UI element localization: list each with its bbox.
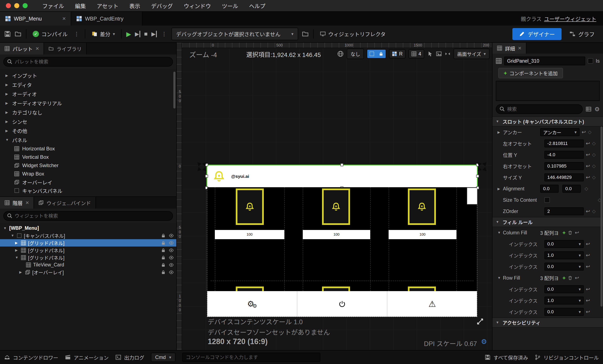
bind-diamond-icon[interactable]: ◇: [592, 163, 596, 169]
tab-library[interactable]: ライブラリ: [44, 43, 87, 54]
preview-footer-bar[interactable]: ⚙⚙ ⚠: [207, 291, 477, 317]
palette-item-horizontal-box[interactable]: Horizontal Box: [0, 144, 176, 153]
palette-category-audio[interactable]: ▶オーディオ: [0, 89, 176, 98]
diff-button[interactable]: 差分 ▾: [90, 29, 117, 39]
alignment-x-input[interactable]: 0.0: [540, 185, 559, 193]
reset-icon[interactable]: ↩: [586, 241, 590, 247]
close-window-button[interactable]: [6, 3, 11, 8]
settings-button[interactable]: ⚙⚙: [207, 291, 297, 317]
culture-none-button[interactable]: なし: [347, 48, 364, 59]
tree-row-tileview-card[interactable]: TileView_Card: [0, 261, 176, 269]
anchor-widget-left[interactable]: [195, 160, 209, 173]
maximize-window-button[interactable]: [23, 3, 28, 8]
row-fill-value-dropdown[interactable]: 0.0▾: [544, 308, 584, 316]
reset-icon[interactable]: ↩: [575, 275, 579, 281]
right-offset-input[interactable]: 0.107985: [544, 162, 584, 170]
add-element-icon[interactable]: +: [562, 275, 566, 281]
debug-object-dropdown[interactable]: デバッグオブジェクトが選択されていません ▾: [172, 28, 298, 40]
card-widget[interactable]: [236, 188, 264, 225]
tab-palette[interactable]: パレット ×: [0, 43, 44, 54]
lock-widgets-toggle[interactable]: [376, 50, 386, 58]
eye-icon[interactable]: [169, 233, 174, 238]
eye-icon[interactable]: [169, 248, 174, 253]
menu-window[interactable]: ウィンドウ: [178, 2, 217, 10]
expand-icon[interactable]: ▶: [15, 248, 19, 252]
close-panel-icon[interactable]: ×: [25, 200, 29, 206]
display-filter-icon[interactable]: [586, 106, 591, 112]
reset-icon[interactable]: ↩: [582, 129, 586, 135]
menu-tools[interactable]: ツール: [217, 2, 244, 10]
card-widget[interactable]: [408, 188, 436, 225]
bind-diamond-icon[interactable]: ◇: [592, 209, 596, 214]
power-button[interactable]: [297, 291, 387, 317]
menu-edit[interactable]: 編集: [70, 2, 91, 10]
lock-icon[interactable]: [161, 270, 166, 275]
play-button[interactable]: ▶: [126, 30, 131, 38]
eject-button[interactable]: ▶: [151, 31, 157, 37]
palette-category-other[interactable]: ▶その他: [0, 126, 176, 135]
browse-to-asset-icon[interactable]: [15, 31, 21, 37]
close-panel-icon[interactable]: ×: [35, 45, 39, 52]
expand-icon[interactable]: ▶: [5, 83, 9, 87]
expand-icon[interactable]: ▶: [5, 92, 9, 96]
reset-icon[interactable]: ↩: [586, 309, 590, 315]
palette-category-editor[interactable]: ▶エディタ: [0, 80, 176, 89]
tree-row-grid-panel[interactable]: ▶ [グリッドパネル]: [0, 247, 176, 254]
marquee-select-toggle[interactable]: [367, 50, 376, 58]
reset-icon[interactable]: ↩: [586, 152, 590, 158]
palette-category-audio-material[interactable]: ▶オーディオマテリアル: [0, 98, 176, 108]
bind-diamond-icon[interactable]: ◇: [585, 186, 588, 191]
menu-debug[interactable]: デバッグ: [146, 2, 178, 10]
eye-icon[interactable]: [169, 240, 174, 246]
palette-category-uncategorized[interactable]: ▶カテゴリなし: [0, 108, 176, 117]
bind-diamond-icon[interactable]: ◇: [588, 129, 591, 135]
object-name-input[interactable]: [504, 57, 585, 65]
output-log-button[interactable]: 出力ログ: [115, 354, 144, 361]
collapse-icon[interactable]: ▼: [15, 256, 19, 259]
card-widget-partial[interactable]: [322, 286, 350, 291]
lock-icon[interactable]: [161, 233, 166, 238]
palette-category-synth[interactable]: ▶シンセ: [0, 117, 176, 126]
close-tab-icon[interactable]: ×: [62, 15, 66, 22]
trash-icon[interactable]: [568, 275, 573, 281]
warning-button[interactable]: ⚠: [387, 291, 477, 317]
cmd-dropdown[interactable]: Cmd ▾: [151, 353, 175, 362]
column-fill-value-dropdown[interactable]: 0.0▾: [544, 263, 584, 270]
save-icon[interactable]: [4, 31, 11, 37]
menu-help[interactable]: ヘルプ: [244, 2, 271, 10]
tab-widget-bind[interactable]: ウィジェ...バインド: [34, 197, 96, 209]
lock-icon[interactable]: [161, 240, 166, 246]
find-debug-object-icon[interactable]: [302, 31, 309, 37]
collapse-icon[interactable]: ▼: [5, 138, 9, 142]
graph-mode-button[interactable]: グラフ: [565, 28, 599, 40]
size-to-content-checkbox[interactable]: [544, 197, 550, 203]
menu-file[interactable]: ファイル: [37, 2, 70, 10]
anchor-dropdown[interactable]: アンカー▾: [540, 128, 580, 136]
grid-snap-group[interactable]: 4: [408, 49, 424, 59]
zorder-input[interactable]: 2: [544, 207, 584, 215]
bind-diamond-icon[interactable]: ◇: [592, 175, 596, 180]
size-y-input[interactable]: 146.449829: [544, 173, 584, 181]
expand-icon[interactable]: ▶: [5, 120, 9, 124]
row-fill-value-dropdown[interactable]: 1.0▾: [544, 297, 584, 305]
section-slot[interactable]: ▼ スロット (キャンバスパネルスロット): [492, 117, 603, 127]
details-search-input[interactable]: [496, 104, 583, 114]
eye-icon[interactable]: [169, 270, 174, 275]
flip-preview-icon[interactable]: [445, 51, 451, 57]
eye-icon[interactable]: [169, 255, 174, 260]
column-fill-value-dropdown[interactable]: 1.0▾: [544, 251, 584, 259]
column-fill-value-dropdown[interactable]: 0.0▾: [544, 240, 584, 248]
screen-size-dropdown[interactable]: 画面サイズ ▾: [453, 48, 489, 59]
is-variable-checkbox[interactable]: [588, 58, 593, 64]
hierarchy-search-input[interactable]: [3, 211, 173, 221]
reset-icon[interactable]: ↩: [586, 252, 590, 258]
compile-options-icon[interactable]: ⋮: [73, 31, 80, 37]
section-accessibility[interactable]: ▼ アクセシビリティ: [492, 317, 603, 328]
designer-mode-button[interactable]: デザイナー: [512, 28, 562, 40]
menu-asset[interactable]: アセット: [91, 2, 124, 10]
lock-icon[interactable]: [161, 248, 166, 253]
reset-icon[interactable]: ↩: [586, 208, 590, 214]
expand-icon[interactable]: ▶: [5, 101, 9, 105]
palette-item-wrap-box[interactable]: Wrap Box: [0, 170, 176, 178]
expand-icon[interactable]: ▶: [5, 73, 9, 78]
